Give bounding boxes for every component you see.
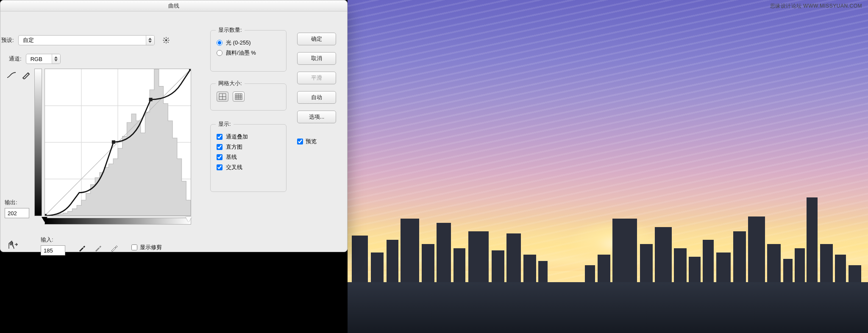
display-amount-group: 显示数量: 光 (0-255) 颜料/油墨 % — [210, 30, 287, 72]
pencil-tool-button[interactable] — [22, 71, 32, 79]
show-legend: 显示: — [216, 120, 234, 128]
show-group: 显示: 通道叠加 直方图 基线 交叉线 — [210, 124, 287, 192]
result-photo: 思缘设计论坛 WWW.MISSYUAN.COM — [348, 0, 868, 333]
chevron-updown-icon — [146, 36, 154, 45]
curves-graph[interactable] — [45, 69, 191, 216]
curve-tool-button[interactable] — [6, 71, 17, 79]
chevron-updown-icon — [52, 54, 60, 64]
svg-rect-16 — [112, 140, 115, 144]
gray-eyedropper[interactable] — [94, 244, 103, 253]
watermark: 思缘设计论坛 WWW.MISSYUAN.COM — [770, 3, 862, 10]
svg-line-5 — [164, 38, 164, 39]
targeted-adjust-button[interactable] — [6, 240, 18, 250]
auto-button[interactable]: 自动 — [297, 91, 336, 104]
output-label: 输出: — [5, 199, 30, 206]
radio-light[interactable]: 光 (0-255) — [217, 39, 280, 47]
input-label: 输入: — [41, 236, 65, 244]
show-clipping-checkbox[interactable]: 显示修剪 — [131, 244, 162, 251]
options-button[interactable]: 选项... — [297, 111, 336, 123]
svg-line-7 — [167, 38, 168, 39]
smooth-button[interactable]: 平滑 — [297, 72, 336, 84]
ok-button[interactable]: 确定 — [297, 33, 336, 45]
svg-line-6 — [167, 42, 168, 42]
grid-10x10-button[interactable] — [233, 92, 245, 102]
chk-baseline[interactable]: 基线 — [217, 153, 280, 161]
white-eyedropper[interactable] — [110, 244, 119, 253]
grid-4x4-button[interactable] — [217, 92, 228, 102]
preset-select[interactable]: 自定 — [18, 35, 155, 45]
svg-rect-15 — [45, 214, 47, 216]
black-eyedropper[interactable] — [78, 244, 86, 253]
svg-point-0 — [165, 39, 167, 42]
preset-value: 自定 — [19, 36, 146, 44]
radio-pigment[interactable]: 颜料/油墨 % — [217, 49, 280, 57]
white-point-slider[interactable] — [186, 217, 192, 222]
preset-menu-button[interactable] — [162, 36, 170, 44]
svg-rect-18 — [189, 69, 191, 71]
curves-dialog: 曲线 预设: 自定 通道: RGB — [0, 0, 348, 252]
input-gradient — [45, 218, 191, 225]
channel-label: 通道: — [9, 55, 22, 63]
output-input[interactable] — [5, 208, 29, 218]
gear-icon — [162, 36, 170, 44]
channel-value: RGB — [26, 56, 52, 62]
display-amount-legend: 显示数量: — [216, 26, 245, 34]
curves-graph-region — [34, 69, 191, 230]
preset-label: 预设: — [1, 36, 14, 44]
show-clipping-label: 显示修剪 — [140, 244, 162, 251]
grid-size-legend: 网格大小: — [216, 80, 245, 87]
black-point-slider[interactable] — [42, 217, 47, 222]
channel-select[interactable]: RGB — [26, 54, 61, 64]
foreground-band — [348, 282, 868, 333]
chk-intersection[interactable]: 交叉线 — [217, 164, 280, 171]
cancel-button[interactable]: 取消 — [297, 52, 336, 65]
input-input[interactable] — [41, 245, 65, 255]
chk-channel-overlay[interactable]: 通道叠加 — [217, 133, 280, 141]
dialog-title: 曲线 — [0, 0, 347, 11]
preview-checkbox[interactable]: 预览 — [297, 138, 317, 145]
chk-histogram[interactable]: 直方图 — [217, 143, 280, 151]
svg-line-8 — [164, 42, 164, 42]
output-gradient — [34, 69, 42, 216]
svg-rect-17 — [149, 98, 153, 101]
grid-size-group: 网格大小: — [210, 83, 287, 111]
